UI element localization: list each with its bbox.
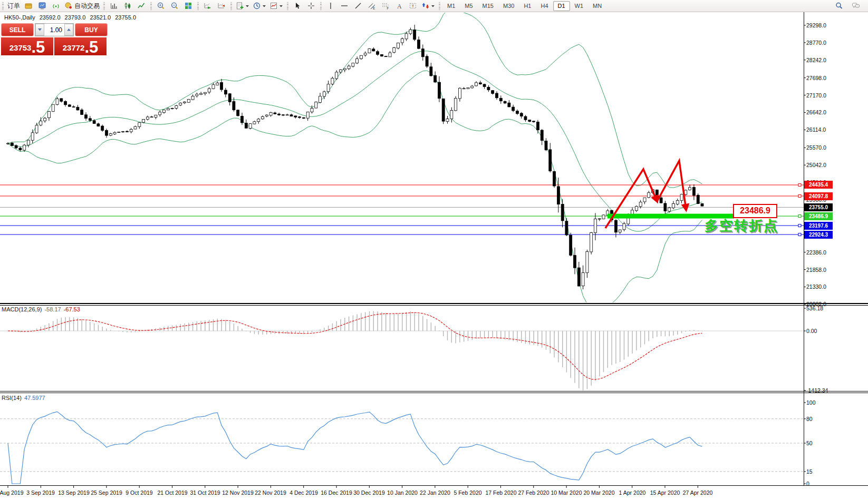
periods-icon[interactable] xyxy=(251,1,268,11)
price-panel-border[interactable] xyxy=(0,303,868,304)
toolbar-separator xyxy=(197,2,199,10)
rsi-panel xyxy=(0,412,804,484)
date-axis-label[interactable]: 10 Mar 2020 xyxy=(551,490,582,496)
chat-icon[interactable] xyxy=(849,1,863,11)
level-line-handle[interactable] xyxy=(798,184,801,187)
date-axis-label[interactable]: 10 Jan 2020 xyxy=(387,490,418,496)
bar-chart-icon[interactable] xyxy=(107,1,121,11)
date-axis-label[interactable]: 22 Jan 2020 xyxy=(420,490,450,496)
rsi-name: RSI(14) xyxy=(2,395,22,401)
price-axis-tick: 25042.0 xyxy=(806,162,826,168)
macd-axis-tick: 0.00 xyxy=(806,328,817,334)
buy-price-main: 23772 xyxy=(63,41,85,55)
date-axis-label[interactable]: 16 Dec 2019 xyxy=(321,490,352,496)
timeframe-m15-button[interactable]: M15 xyxy=(478,1,498,11)
sell-button[interactable]: SELL xyxy=(1,23,34,36)
timeframe-w1-button[interactable]: W1 xyxy=(570,1,589,11)
date-axis-label[interactable]: 4 Dec 2019 xyxy=(290,490,318,496)
timeframe-m30-button[interactable]: M30 xyxy=(498,1,519,11)
date-axis-label[interactable]: 27 Feb 2020 xyxy=(518,490,549,496)
channel-icon[interactable]: E xyxy=(365,1,379,11)
date-axis-label[interactable]: 22 Aug 2019 xyxy=(0,490,23,496)
sell-price-display[interactable]: 23753.5 xyxy=(1,37,53,55)
cursor-icon[interactable] xyxy=(291,1,304,11)
zoom-out-icon[interactable] xyxy=(168,1,181,11)
date-axis-label[interactable]: 12 Nov 2019 xyxy=(222,490,254,496)
date-axis-label[interactable]: 15 Apr 2020 xyxy=(650,490,680,496)
level-line-handle[interactable] xyxy=(798,195,801,198)
timeframe-h4-button[interactable]: H4 xyxy=(536,1,553,11)
triangle-down-icon xyxy=(38,28,42,31)
level-line-handle[interactable] xyxy=(798,233,801,236)
date-axis-label[interactable]: 27 Apr 2020 xyxy=(683,490,713,496)
rsi-axis-tick: 0 xyxy=(806,481,809,487)
date-axis-label[interactable]: 13 Sep 2019 xyxy=(58,490,90,496)
date-axis-label[interactable]: 21 Oct 2019 xyxy=(157,490,187,496)
chart-shift-icon[interactable] xyxy=(215,1,228,11)
date-axis-label[interactable]: 9 Oct 2019 xyxy=(126,490,152,496)
vertical-line-icon[interactable] xyxy=(324,1,337,11)
level-line-handle[interactable] xyxy=(798,224,801,227)
date-axis-label[interactable]: 22 Nov 2019 xyxy=(255,490,286,496)
candlestick-icon[interactable] xyxy=(121,1,134,11)
market-watch-icon[interactable] xyxy=(35,1,49,11)
date-axis-label[interactable]: 20 Mar 2020 xyxy=(584,490,615,496)
date-axis-label[interactable]: 5 Feb 2020 xyxy=(454,490,481,496)
level-line-handle[interactable] xyxy=(798,215,801,218)
tile-windows-icon[interactable] xyxy=(181,1,195,11)
templates-icon[interactable] xyxy=(268,1,285,11)
search-icon[interactable] xyxy=(832,1,846,11)
buy-button[interactable]: BUY xyxy=(75,23,108,36)
timeframe-d1-button[interactable]: D1 xyxy=(553,1,570,11)
rsi-line xyxy=(8,412,702,484)
date-axis-label[interactable]: 25 Sep 2019 xyxy=(91,490,122,496)
price-axis-line xyxy=(804,12,804,486)
rsi-panel-border-top xyxy=(0,393,868,393)
text-icon[interactable]: A xyxy=(392,1,406,11)
auto-scroll-icon[interactable] xyxy=(201,1,215,11)
orders-button[interactable]: 订单 xyxy=(6,1,22,11)
label-icon[interactable]: T xyxy=(406,1,420,11)
volume-decrease-button[interactable] xyxy=(35,24,44,36)
new-chart-icon[interactable] xyxy=(234,1,251,11)
chart-canvas[interactable] xyxy=(0,0,868,499)
signal-icon[interactable] xyxy=(49,1,63,11)
toolbar-right-group xyxy=(832,1,863,11)
fibonacci-icon[interactable]: F xyxy=(379,1,392,11)
horizontal-line-icon[interactable] xyxy=(337,1,351,11)
price-panel xyxy=(0,9,804,309)
macd-panel-border-bottom[interactable] xyxy=(0,391,868,392)
timeframe-h1-button[interactable]: H1 xyxy=(519,1,536,11)
date-axis-label[interactable]: 1 Apr 2020 xyxy=(619,490,646,496)
autotrading-button[interactable]: 自动交易 xyxy=(63,1,101,11)
rsi-value: 47.5977 xyxy=(24,395,45,401)
rsi-axis-tick: 15 xyxy=(806,468,813,475)
svg-text:A: A xyxy=(397,3,402,10)
arrows-icon[interactable] xyxy=(420,1,437,11)
new-order-icon[interactable] xyxy=(22,1,35,11)
timeframe-m1-button[interactable]: M1 xyxy=(442,1,460,11)
date-axis-label[interactable]: 30 Dec 2019 xyxy=(353,490,385,496)
timeframe-mn-button[interactable]: MN xyxy=(588,1,606,11)
date-axis-label[interactable]: 17 Feb 2020 xyxy=(486,490,517,496)
macd-signal-line xyxy=(8,312,702,379)
volume-increase-button[interactable] xyxy=(64,24,73,36)
volume-input[interactable]: 1.00 xyxy=(44,24,64,36)
chart-title: HK50-,Daily 23592.0 23793.0 23521.0 2375… xyxy=(4,14,139,21)
date-axis-label[interactable]: 31 Oct 2019 xyxy=(190,490,220,496)
timeframe-m5-button[interactable]: M5 xyxy=(460,1,477,11)
date-axis-label[interactable]: 3 Sep 2019 xyxy=(26,490,55,496)
zoom-in-icon[interactable] xyxy=(154,1,168,11)
price-annotation-box[interactable]: 23486.9 xyxy=(733,204,777,218)
line-chart-icon[interactable] xyxy=(134,1,148,11)
trendline-icon[interactable] xyxy=(351,1,365,11)
toolbar-grip[interactable] xyxy=(2,2,4,10)
buy-price-display[interactable]: 23772.5 xyxy=(54,37,107,55)
toolbar-separator xyxy=(320,2,322,10)
volume-stepper: 1.00 xyxy=(35,23,74,36)
price-tag-23486-9: 23486.9 xyxy=(804,212,833,220)
rsi-indicator-label: RSI(14)47.5977 xyxy=(2,395,45,401)
turning-point-annotation[interactable]: 多空转折点 xyxy=(705,217,778,235)
crosshair-icon[interactable] xyxy=(304,1,318,11)
chevron-down-icon xyxy=(263,5,266,7)
